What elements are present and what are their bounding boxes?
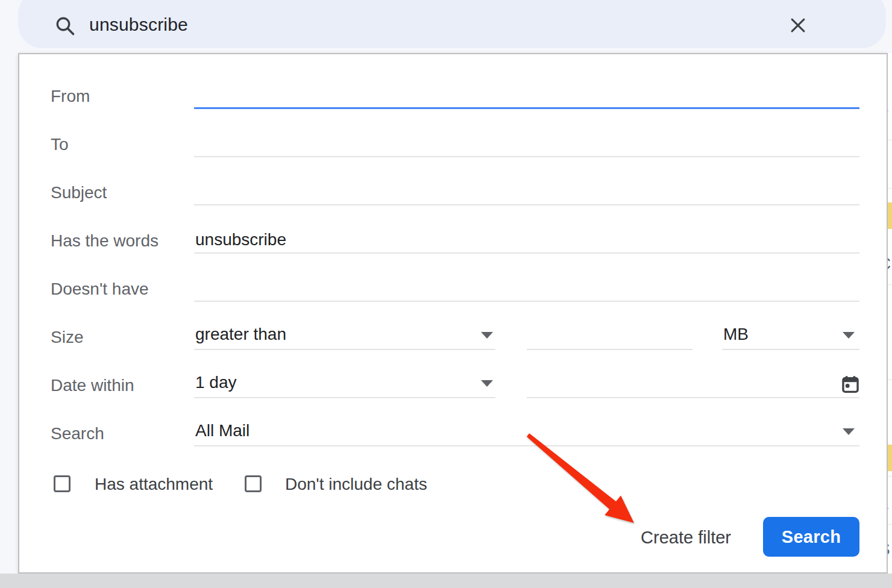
advanced-search-panel: From To Subject Has the words Doesn't ha… xyxy=(18,53,888,574)
bg-text-fragment: C xyxy=(888,254,892,275)
search-in-value: All Mail xyxy=(195,421,250,440)
chevron-down-icon xyxy=(843,428,855,435)
has-attachment-checkbox[interactable] xyxy=(54,475,71,492)
date-within-dropdown[interactable]: 1 day xyxy=(194,372,495,398)
date-within-label: Date within xyxy=(51,376,134,395)
chevron-down-icon xyxy=(481,380,493,387)
close-icon[interactable] xyxy=(788,15,808,36)
size-value-input[interactable] xyxy=(527,324,693,350)
bg-text-fragment: J xyxy=(888,404,892,424)
search-button[interactable]: Search xyxy=(763,517,859,557)
bg-text-fragment: e xyxy=(888,302,892,323)
size-comparator-dropdown[interactable]: greater than xyxy=(194,324,495,350)
calendar-icon[interactable] xyxy=(840,375,861,395)
has-words-input[interactable] xyxy=(194,227,859,254)
dont-include-chats-checkbox[interactable] xyxy=(245,475,262,492)
bg-highlighted-fragment: s xyxy=(888,202,892,229)
to-label: To xyxy=(51,135,69,154)
doesnt-have-label: Doesn't have xyxy=(51,280,149,299)
search-in-dropdown[interactable]: All Mail xyxy=(194,420,859,446)
bg-text-fragment: a xyxy=(888,494,892,514)
size-unit-value: MB xyxy=(723,325,749,344)
chevron-down-icon xyxy=(843,332,855,339)
subject-input[interactable] xyxy=(194,179,859,205)
has-attachment-label: Has attachment xyxy=(95,475,213,494)
from-input[interactable] xyxy=(194,83,859,109)
bg-text-fragment: n xyxy=(888,351,892,371)
bg-text-fragment: S xyxy=(888,540,892,560)
dont-include-chats-label: Don't include chats xyxy=(285,475,427,494)
search-query-text[interactable]: unsubscribe xyxy=(89,14,188,35)
to-input[interactable] xyxy=(194,131,859,157)
date-within-value: 1 day xyxy=(195,373,237,392)
size-unit-dropdown[interactable]: MB xyxy=(722,324,859,350)
create-filter-button[interactable]: Create filter xyxy=(641,528,731,548)
chevron-down-icon xyxy=(481,332,493,339)
doesnt-have-input[interactable] xyxy=(194,275,859,302)
bg-text-fragment: k xyxy=(888,96,892,117)
search-icon xyxy=(54,15,76,37)
background-email-list-sliver: k s C e n J o a S xyxy=(888,53,892,574)
bottom-background-band xyxy=(0,574,892,588)
has-words-label: Has the words xyxy=(51,231,159,251)
bg-highlighted-fragment: o xyxy=(888,445,892,471)
from-label: From xyxy=(51,87,90,106)
date-input[interactable] xyxy=(527,372,859,398)
search-in-label: Search xyxy=(51,424,104,443)
size-label: Size xyxy=(51,328,83,347)
subject-label: Subject xyxy=(51,183,107,202)
size-comparator-value: greater than xyxy=(195,325,286,344)
gmail-search-bar[interactable]: unsubscribe xyxy=(18,0,886,48)
